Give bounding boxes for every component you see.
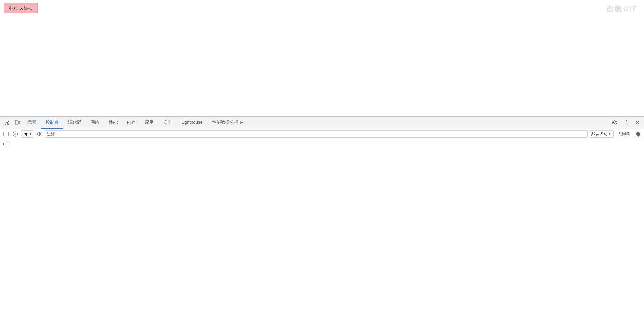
svg-rect-1: [18, 121, 20, 124]
tab-sources[interactable]: 源代码: [63, 116, 86, 129]
inspect-icon: [4, 120, 9, 125]
device-toolbar-button[interactable]: [12, 117, 23, 128]
log-level-selector[interactable]: 默认级别 ▼: [589, 130, 614, 138]
sidebar-toggle-button[interactable]: [2, 130, 10, 138]
inspect-element-button[interactable]: [1, 117, 12, 128]
eye-icon: [37, 131, 42, 137]
devtools-panel: 元素 控制台 源代码 网络 性能 内存 应用 安全 Lighthouse 性能数…: [0, 116, 644, 315]
page-content: 我可以移动: [0, 0, 644, 116]
tab-performance-insights[interactable]: 性能数据分析 ⌲: [208, 116, 248, 129]
svg-rect-3: [4, 132, 8, 136]
more-options-button[interactable]: ⋮: [620, 117, 631, 128]
console-toolbar-right: 默认级别 ▼ 无问题: [589, 130, 642, 138]
console-cursor: [8, 141, 8, 146]
tab-console[interactable]: 控制台: [41, 116, 63, 129]
gear-icon: [612, 120, 617, 125]
context-label: top: [22, 132, 28, 136]
log-level-label: 默认级别: [591, 131, 607, 137]
context-selector[interactable]: top ▼: [21, 130, 34, 138]
level-chevron-icon: ▼: [608, 132, 611, 136]
console-toolbar: top ▼ 默认级别 ▼ 无问题: [0, 129, 644, 139]
draggable-element[interactable]: 我可以移动: [4, 3, 38, 13]
console-filter-input[interactable]: [45, 130, 588, 138]
device-icon: [15, 120, 20, 125]
devtools-tabs: 元素 控制台 源代码 网络 性能 内存 应用 安全 Lighthouse 性能数…: [23, 116, 609, 129]
settings-icon: [635, 131, 641, 137]
live-expressions-button[interactable]: [35, 130, 43, 138]
console-content: ▶: [0, 139, 644, 315]
svg-point-2: [17, 124, 17, 124]
chevron-down-icon: ▼: [29, 132, 32, 136]
close-devtools-button[interactable]: ✕: [632, 117, 643, 128]
performance-insights-icon: ⌲: [239, 120, 243, 124]
tab-network[interactable]: 网络: [86, 116, 104, 129]
prompt-arrow[interactable]: ▶: [3, 141, 5, 146]
ellipsis-icon: ⋮: [623, 119, 629, 126]
clear-console-button[interactable]: [11, 130, 19, 138]
tab-memory[interactable]: 内存: [122, 116, 140, 129]
no-issues-badge: 无问题: [615, 131, 633, 137]
clear-icon: [13, 131, 18, 137]
sidebar-icon: [3, 131, 9, 137]
svg-rect-0: [15, 120, 18, 124]
devtools-toolbar: 元素 控制台 源代码 网络 性能 内存 应用 安全 Lighthouse 性能数…: [0, 116, 644, 129]
console-prompt-line: ▶: [0, 141, 644, 147]
tab-security[interactable]: 安全: [158, 116, 177, 129]
settings-button[interactable]: [609, 117, 620, 128]
tab-performance[interactable]: 性能: [104, 116, 122, 129]
tab-application[interactable]: 应用: [140, 116, 158, 129]
console-settings-button[interactable]: [634, 130, 642, 138]
devtools-resize-handle[interactable]: [0, 116, 644, 117]
devtools-toolbar-right: ⋮ ✕: [609, 117, 643, 128]
tab-elements[interactable]: 元素: [23, 116, 41, 129]
tab-lighthouse[interactable]: Lighthouse: [177, 116, 208, 129]
close-icon: ✕: [635, 119, 640, 126]
